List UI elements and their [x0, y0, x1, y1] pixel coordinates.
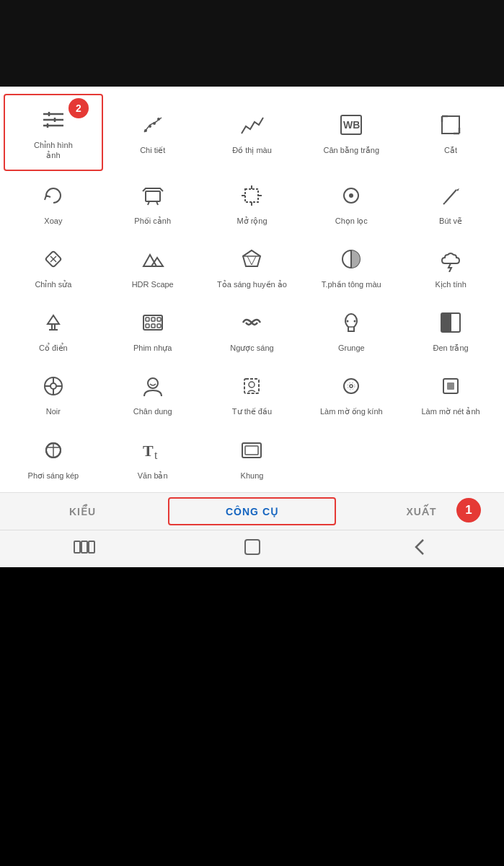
grid-item-lam-mo-net-anh[interactable]: Làm mờ nét ảnh: [401, 362, 500, 425]
svg-text:T: T: [143, 442, 154, 460]
nguoc-sang-label: Ngược sáng: [230, 343, 273, 353]
den-trang-icon: [435, 307, 467, 338]
co-dien-label: Cổ điển: [39, 343, 68, 353]
toa-sang-icon: [236, 243, 268, 275]
svg-rect-38: [52, 324, 55, 330]
mo-rong-icon: [236, 180, 268, 211]
grid-item-nguoc-sang[interactable]: Ngược sáng: [203, 298, 302, 362]
tab-cong-cu[interactable]: CÔNG CỤ: [168, 497, 336, 525]
lam-mo-net-anh-label: Làm mờ nét ảnh: [421, 406, 479, 416]
svg-rect-60: [244, 379, 259, 393]
svg-rect-44: [146, 324, 149, 328]
grid-item-chinh-sua[interactable]: Chỉnh sửa: [4, 235, 103, 298]
do-thi-mau-icon: [236, 109, 268, 141]
main-panel: Chỉnh hình ảnh 2 Chi tiết: [0, 87, 504, 567]
svg-point-64: [350, 385, 353, 388]
svg-marker-33: [243, 250, 260, 266]
svg-rect-75: [74, 541, 80, 553]
svg-rect-76: [81, 541, 87, 553]
svg-text:t: t: [154, 449, 158, 461]
tab-kieu[interactable]: KIỂU: [0, 493, 165, 530]
tu-the-dau-label: Tư thế đầu: [232, 406, 272, 416]
phim-nhua-label: Phim nhựa: [133, 343, 172, 353]
noir-label: Noir: [46, 406, 61, 416]
grid-item-noir[interactable]: Noir: [4, 362, 103, 425]
chon-loc-label: Chọn lọc: [335, 216, 368, 226]
t-phan-tong-mau-label: T.phần tông màu: [322, 279, 381, 289]
grid-item-can-bang-trang[interactable]: WB Cân bằng trắng: [301, 94, 401, 171]
grid-item-but-ve[interactable]: Bút vẽ: [401, 171, 500, 235]
svg-line-26: [445, 190, 456, 203]
nav-recent-apps[interactable]: [71, 534, 97, 564]
chon-loc-icon: [335, 180, 367, 211]
grid-item-phim-nhua[interactable]: Phim nhựa: [103, 298, 203, 362]
grid-item-xoay[interactable]: Xoay: [4, 171, 103, 235]
van-ban-icon: T t: [137, 434, 169, 466]
grid-item-t-phan-tong-mau[interactable]: T.phần tông màu: [301, 235, 401, 298]
svg-marker-37: [48, 315, 59, 324]
svg-rect-19: [245, 189, 258, 202]
cat-label: Cắt: [444, 145, 457, 155]
svg-rect-51: [441, 313, 451, 332]
svg-rect-78: [245, 540, 260, 554]
svg-rect-41: [146, 318, 149, 321]
grid-item-grunge[interactable]: Grunge: [301, 298, 401, 362]
svg-point-59: [148, 378, 158, 388]
nav-home[interactable]: [239, 534, 265, 564]
phoi-canh-icon: [137, 180, 169, 211]
chan-dung-icon: [137, 370, 169, 402]
grunge-icon: [335, 307, 367, 338]
grid-item-toa-sang[interactable]: Tỏa sáng huyền ảo: [203, 235, 302, 298]
grid-item-phoi-sang-kep[interactable]: Phơi sáng kép: [4, 426, 103, 489]
lam-mo-net-anh-icon: [435, 370, 467, 402]
mo-rong-label: Mở rộng: [236, 216, 267, 226]
grid-item-den-trang[interactable]: Đen trắng: [401, 298, 500, 362]
grid-item-tu-the-dau[interactable]: Tư thế đầu: [203, 362, 302, 425]
chan-dung-label: Chân dung: [133, 406, 172, 416]
grid-item-chinh-hinh-anh[interactable]: Chỉnh hình ảnh 2: [4, 94, 103, 171]
badge-1: 1: [456, 498, 481, 522]
nav-bar: [0, 530, 504, 567]
svg-rect-42: [151, 318, 155, 321]
grid-item-chon-loc[interactable]: Chọn lọc: [301, 171, 401, 235]
grunge-label: Grunge: [338, 343, 365, 353]
grid-item-do-thi-mau[interactable]: Đồ thị màu: [203, 94, 302, 171]
but-ve-label: Bút vẽ: [439, 216, 462, 226]
svg-rect-16: [146, 191, 160, 201]
svg-point-62: [344, 379, 358, 393]
grid-item-khung[interactable]: Khung: [203, 426, 302, 489]
co-dien-icon: [37, 307, 69, 338]
chi-tiet-label: Chi tiết: [140, 145, 165, 155]
hdr-scape-label: HDR Scape: [132, 279, 174, 289]
grid-item-van-ban[interactable]: T t Văn bản: [103, 426, 203, 489]
svg-point-61: [249, 382, 255, 388]
tab-cong-cu-label: CÔNG CỤ: [226, 506, 278, 517]
grid-item-co-dien[interactable]: Cổ điển: [4, 298, 103, 362]
grid-item-cat[interactable]: Cắt: [401, 94, 500, 171]
svg-rect-45: [151, 324, 155, 328]
grid-item-phoi-canh[interactable]: Phối cảnh: [103, 171, 203, 235]
t-phan-tong-mau-icon: [335, 243, 367, 275]
grid-item-lam-mo-ong-kinh[interactable]: Làm mờ ống kính: [301, 362, 401, 425]
grid-item-chan-dung[interactable]: Chân dung: [103, 362, 203, 425]
grid-item-kich-tinh[interactable]: Kịch tính: [401, 235, 500, 298]
noir-icon: [37, 370, 69, 402]
svg-point-25: [349, 193, 353, 198]
svg-rect-74: [245, 446, 258, 455]
bottom-tabs: KIỂU CÔNG CỤ XUẤT: [0, 492, 504, 530]
lam-mo-ong-kinh-icon: [335, 370, 367, 402]
nguoc-sang-icon: [236, 307, 268, 338]
cat-icon: [435, 109, 467, 141]
chinh-hinh-anh-icon: [37, 104, 69, 136]
grid-item-chi-tiet[interactable]: Chi tiết: [103, 94, 203, 171]
grid-item-hdr-scape[interactable]: HDR Scape: [103, 235, 203, 298]
den-trang-label: Đen trắng: [433, 343, 468, 353]
grid-item-mo-rong[interactable]: Mở rộng: [203, 171, 302, 235]
do-thi-mau-label: Đồ thị màu: [232, 145, 272, 155]
svg-point-63: [348, 382, 355, 390]
nav-back[interactable]: [407, 534, 433, 564]
svg-text:WB: WB: [343, 119, 360, 131]
kich-tinh-label: Kịch tính: [435, 279, 466, 289]
svg-rect-46: [157, 324, 161, 328]
tab-xuat-label: XUẤT: [407, 506, 437, 517]
